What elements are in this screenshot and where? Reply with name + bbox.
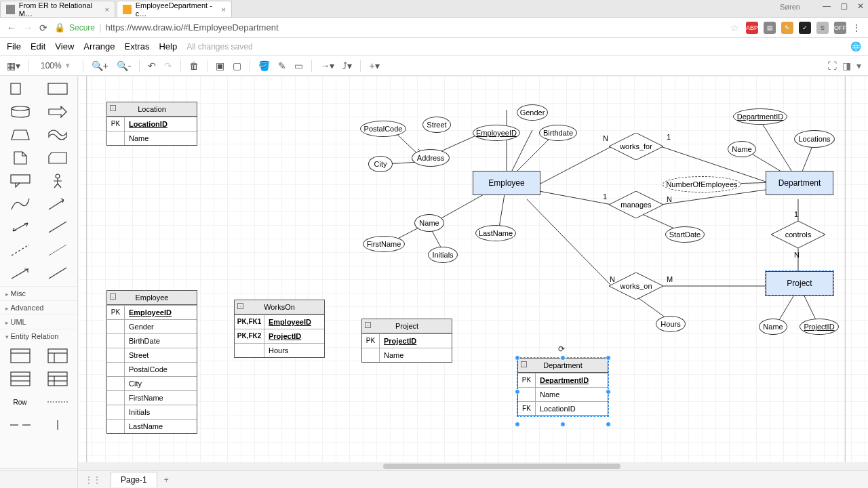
resize-handle[interactable] [606, 355, 611, 361]
zoom-in-icon[interactable]: 🔍+ [92, 60, 108, 71]
rotate-handle-icon[interactable]: ⟳ [558, 344, 565, 354]
menu-view[interactable]: View [55, 41, 74, 52]
ext-icon[interactable]: ✓ [799, 22, 811, 34]
resize-handle[interactable] [606, 389, 611, 394]
table-workson[interactable]: -WorksOn PK,FK1EmployeeID PK,FK2ProjectI… [234, 300, 325, 358]
to-back-icon[interactable]: ▢ [233, 60, 241, 71]
er-misc-icon[interactable] [4, 416, 36, 434]
attr-address[interactable]: Address [412, 149, 450, 167]
ext-icon[interactable]: ▤ [764, 22, 776, 34]
shape-card-icon[interactable] [41, 149, 73, 167]
ext-icon[interactable]: S [816, 22, 829, 34]
grip-icon[interactable]: ⋮⋮ [78, 475, 108, 485]
zoom-select[interactable]: 100%▼ [37, 59, 75, 73]
shadow-icon[interactable]: ▭ [294, 60, 303, 71]
attr-street[interactable]: Street [422, 117, 451, 133]
language-icon[interactable]: 🌐 [850, 41, 861, 52]
shape-dirline-icon[interactable] [4, 264, 36, 282]
entity-project[interactable]: Project [766, 271, 833, 296]
attr-employeeid[interactable]: EmployeeID [473, 125, 520, 141]
rel-controls[interactable]: controls [771, 221, 825, 248]
shape-thinline-icon[interactable] [41, 241, 73, 259]
attr-postalcode[interactable]: PostalCode [360, 121, 406, 137]
fullscreen-icon[interactable]: ⛶ [827, 60, 837, 71]
attr-birthdate[interactable]: Birthdate [539, 125, 577, 141]
attr-startdate[interactable]: StartDate [665, 226, 705, 243]
rel-works-for[interactable]: works_for [609, 133, 663, 160]
menu-icon[interactable]: ⋮ [852, 22, 861, 33]
profile-name[interactable]: Søren [780, 3, 800, 11]
er-row-label[interactable]: Row [4, 393, 36, 411]
er-table-icon[interactable] [4, 347, 36, 365]
shape-actor-icon[interactable] [41, 172, 73, 190]
attr-locations[interactable]: Locations [794, 130, 835, 148]
horizontal-scrollbar[interactable] [78, 462, 868, 470]
maximize-icon[interactable]: ▢ [840, 1, 848, 11]
attr-city[interactable]: City [368, 156, 393, 172]
attr-name-dept[interactable]: Name [728, 141, 756, 157]
resize-handle[interactable] [515, 355, 520, 361]
forward-icon[interactable]: → [23, 22, 33, 33]
page-tab[interactable]: Page-1 [111, 472, 157, 487]
entity-employee[interactable]: Employee [473, 171, 540, 195]
to-front-icon[interactable]: ▣ [216, 60, 224, 71]
sidebar-section-misc[interactable]: Misc [0, 286, 77, 300]
format-panel-icon[interactable]: ◨ [842, 60, 851, 71]
ext-icon[interactable]: ✎ [781, 22, 793, 34]
line-color-icon[interactable]: ✎ [278, 60, 286, 71]
shape-dashline-icon[interactable] [4, 241, 36, 259]
add-icon[interactable]: +▾ [369, 60, 379, 71]
add-page-button[interactable]: + [157, 472, 176, 487]
delete-icon[interactable]: 🗑 [189, 60, 199, 71]
sidebar-section-er[interactable]: Entity Relation [0, 329, 77, 343]
fill-color-icon[interactable]: 🪣 [258, 60, 270, 71]
shape-arrow2-icon[interactable] [41, 195, 73, 213]
er-table4-icon[interactable] [41, 370, 73, 388]
chevron-down-icon[interactable]: ▾ [856, 60, 861, 71]
close-icon[interactable]: × [105, 5, 109, 14]
er-table3-icon[interactable] [4, 370, 36, 388]
attr-lastname[interactable]: LastName [475, 225, 516, 241]
menu-file[interactable]: File [7, 41, 21, 52]
shape-biarrow-icon[interactable] [4, 218, 36, 236]
table-department[interactable]: -Department PKDepartmentID Name FKLocati… [517, 358, 608, 416]
rel-works-on[interactable]: works_on [609, 272, 663, 300]
table-employee[interactable]: -Employee PKEmployeeID Gender BirthDate … [106, 290, 197, 434]
close-icon[interactable]: × [222, 5, 226, 14]
redo-icon[interactable]: ↷ [164, 60, 172, 71]
attr-departmentid[interactable]: DepartmentID [733, 108, 787, 125]
er-row-icon[interactable] [41, 393, 73, 411]
reload-icon[interactable]: ⟳ [39, 22, 47, 33]
menu-help[interactable]: Help [159, 41, 177, 52]
resize-handle[interactable] [606, 422, 611, 427]
abp-icon[interactable]: ABP [746, 22, 758, 34]
attr-numemployees[interactable]: NumberOfEmployees [663, 176, 741, 192]
attr-name[interactable]: Name [414, 214, 444, 232]
shape-curve-icon[interactable] [4, 195, 36, 213]
connection-icon[interactable]: →▾ [320, 60, 334, 71]
shape-arrow-icon[interactable] [41, 103, 73, 121]
browser-tab[interactable]: From ER to Relational M… × [0, 1, 115, 17]
close-window-icon[interactable]: ✕ [857, 1, 864, 11]
shape-wave-icon[interactable] [41, 126, 73, 144]
url-box[interactable]: 🔒 Secure | https://www.draw.io/#LEmploye… [54, 22, 724, 33]
table-project[interactable]: -Project PKProjectID Name [361, 319, 452, 363]
attr-firstname[interactable]: FirstName [363, 236, 405, 252]
waypoint-icon[interactable]: ⤴▾ [342, 60, 352, 71]
canvas[interactable]: Employee Department Project works_for ma… [78, 76, 868, 488]
resize-handle[interactable] [560, 355, 566, 361]
shape-trapezoid-icon[interactable] [4, 126, 36, 144]
shape-halfrect-icon[interactable] [4, 80, 36, 98]
menu-extras[interactable]: Extras [125, 41, 150, 52]
table-location[interactable]: -Location PKLocationID Name [106, 102, 197, 146]
resize-handle[interactable] [560, 422, 566, 427]
er-table2-icon[interactable] [41, 347, 73, 365]
shape-cylinder-icon[interactable] [4, 103, 36, 121]
browser-tab-active[interactable]: EmployeeDepartment - c… × [117, 1, 232, 17]
shape-line-icon[interactable] [41, 218, 73, 236]
attr-projectid[interactable]: ProjectID [800, 319, 839, 335]
menu-edit[interactable]: Edit [31, 41, 45, 52]
shape-rect-icon[interactable] [41, 80, 73, 98]
entity-department[interactable]: Department [766, 171, 833, 195]
rel-manages[interactable]: manages [609, 191, 663, 218]
